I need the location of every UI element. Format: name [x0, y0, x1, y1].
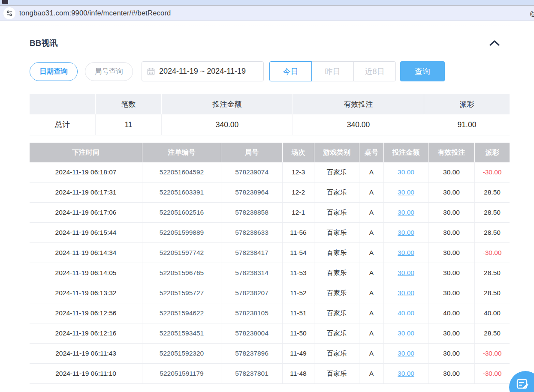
- chevron-up-icon[interactable]: [489, 39, 500, 48]
- yesterday-button[interactable]: 昨日: [311, 61, 354, 81]
- table-row: 2024-11-19 06:12:16522051593451578238004…: [30, 323, 510, 344]
- url-text[interactable]: tongbao31.com:9900/infe/mcenter/#/betRec…: [19, 9, 171, 17]
- filter-bar: 日期查询 局号查询 2024-11-19 ~ 2024-11-19 今日 昨日 …: [30, 61, 510, 81]
- summary-total-valid-bet: 340.00: [293, 114, 424, 135]
- round-query-tab[interactable]: 局号查询: [85, 62, 133, 81]
- table-row: 2024-11-19 06:13:32522051595727578238207…: [30, 283, 510, 303]
- cell-round_no: 578238004: [221, 323, 283, 344]
- cell-table_no: A: [359, 162, 384, 183]
- col-header-order_no: 注单编号: [142, 143, 221, 162]
- cell-session: 11-53: [283, 263, 314, 283]
- cell-round_no: 578238314: [221, 263, 283, 283]
- dashed-separator: [30, 26, 510, 26]
- cell-valid_bet: 30.00: [428, 263, 475, 283]
- cell-payout: -30.00: [475, 243, 510, 263]
- cell-game_type: 百家乐: [314, 283, 359, 303]
- bet-amount-link[interactable]: 30.00: [398, 189, 414, 196]
- cell-table_no: A: [359, 203, 384, 223]
- bet-amount-link[interactable]: 30.00: [398, 350, 414, 357]
- quick-range-group: 今日 昨日 近8日: [269, 61, 396, 81]
- cell-order_no: 522051603391: [142, 183, 221, 203]
- bet-table-body: 2024-11-19 06:18:07522051604592578239074…: [30, 162, 510, 384]
- query-button[interactable]: 查询: [400, 61, 445, 81]
- cell-bet_amount: 30.00: [384, 263, 428, 283]
- cell-valid_bet: 30.00: [428, 223, 475, 243]
- cell-game_type: 百家乐: [314, 243, 359, 263]
- cell-table_no: A: [359, 283, 384, 303]
- summary-header-valid-bet: 有效投注: [293, 94, 424, 114]
- cell-bet_time: 2024-11-19 06:15:44: [30, 223, 142, 243]
- summary-total-row: 总计 11 340.00 340.00 91.00: [30, 114, 510, 135]
- cell-bet_amount: 30.00: [384, 223, 428, 243]
- cell-bet_amount: 30.00: [384, 243, 428, 263]
- records-header-row: 下注时间注单编号局号场次游戏类别桌号投注金额有效投注派彩: [30, 143, 510, 162]
- col-header-table_no: 桌号: [359, 143, 384, 162]
- summary-total-bet-amount: 340.00: [162, 114, 293, 135]
- page-title: BB视讯: [30, 38, 57, 49]
- feedback-fab[interactable]: [509, 371, 534, 392]
- cell-round_no: 578238964: [221, 183, 283, 203]
- cell-order_no: 522051592320: [142, 344, 221, 364]
- site-settings-button[interactable]: [3, 7, 15, 19]
- cell-round_no: 578238105: [221, 303, 283, 323]
- cell-valid_bet: 30.00: [428, 364, 475, 384]
- cell-game_type: 百家乐: [314, 303, 359, 323]
- cell-bet_time: 2024-11-19 06:14:05: [30, 263, 142, 283]
- table-row: 2024-11-19 06:12:56522051594622578238105…: [30, 303, 510, 323]
- cell-round_no: 578239074: [221, 162, 283, 183]
- cell-round_no: 578237801: [221, 364, 283, 384]
- cell-payout: -30.00: [475, 162, 510, 183]
- bet-amount-link[interactable]: 40.00: [398, 309, 414, 317]
- date-range-picker[interactable]: 2024-11-19 ~ 2024-11-19: [142, 61, 264, 81]
- bet-amount-link[interactable]: 30.00: [398, 209, 414, 216]
- calendar-icon: [147, 68, 155, 75]
- cell-session: 11-54: [283, 243, 314, 263]
- date-query-tab[interactable]: 日期查询: [30, 62, 78, 81]
- cell-session: 11-52: [283, 283, 314, 303]
- cell-valid_bet: 30.00: [428, 162, 475, 183]
- bet-amount-link[interactable]: 30.00: [398, 229, 414, 236]
- bet-amount-link[interactable]: 30.00: [398, 249, 414, 256]
- cell-session: 11-50: [283, 323, 314, 344]
- cell-table_no: A: [359, 323, 384, 344]
- cell-order_no: 522051591179: [142, 364, 221, 384]
- cell-session: 12-3: [283, 162, 314, 183]
- cell-bet_time: 2024-11-19 06:17:06: [30, 203, 142, 223]
- cell-game_type: 百家乐: [314, 203, 359, 223]
- cell-round_no: 578238858: [221, 203, 283, 223]
- last-8-days-button[interactable]: 近8日: [353, 61, 396, 81]
- cell-session: 11-49: [283, 344, 314, 364]
- cell-order_no: 522051602516: [142, 203, 221, 223]
- bet-amount-link[interactable]: 30.00: [398, 168, 414, 176]
- cell-bet_time: 2024-11-19 06:12:16: [30, 323, 142, 344]
- table-row: 2024-11-19 06:15:44522051599889578238633…: [30, 223, 510, 243]
- col-header-bet_amount: 投注金额: [384, 143, 428, 162]
- cell-table_no: A: [359, 223, 384, 243]
- browser-address-bar: tongbao31.com:9900/infe/mcenter/#/betRec…: [0, 6, 534, 21]
- cell-valid_bet: 30.00: [428, 283, 475, 303]
- cell-bet_amount: 30.00: [384, 183, 428, 203]
- cell-table_no: A: [359, 344, 384, 364]
- cell-session: 11-51: [283, 303, 314, 323]
- bet-records-table: 下注时间注单编号局号场次游戏类别桌号投注金额有效投注派彩 2024-11-19 …: [30, 143, 510, 384]
- table-row: 2024-11-19 06:11:10522051591179578237801…: [30, 364, 510, 384]
- bet-record-page: BB视讯 日期查询 局号查询 2024-11-19 ~ 2024-11-19 今…: [30, 26, 510, 384]
- today-button[interactable]: 今日: [269, 61, 312, 81]
- bet-amount-link[interactable]: 30.00: [398, 289, 414, 296]
- bet-amount-link[interactable]: 30.00: [398, 269, 414, 276]
- cell-bet_amount: 30.00: [384, 203, 428, 223]
- address-right-icon[interactable]: @: [530, 9, 534, 18]
- cell-table_no: A: [359, 303, 384, 323]
- cell-session: 11-48: [283, 364, 314, 384]
- cell-order_no: 522051604592: [142, 162, 221, 183]
- browser-tabstrip: [0, 0, 534, 6]
- summary-total-count: 11: [96, 114, 162, 135]
- bet-amount-link[interactable]: 30.00: [398, 370, 414, 377]
- cell-order_no: 522051594622: [142, 303, 221, 323]
- col-header-game_type: 游戏类别: [314, 143, 359, 162]
- cell-payout: -30.00: [475, 364, 510, 384]
- table-row: 2024-11-19 06:11:43522051592320578237896…: [30, 344, 510, 364]
- bet-amount-link[interactable]: 30.00: [398, 329, 414, 337]
- date-range-value: 2024-11-19 ~ 2024-11-19: [159, 67, 246, 76]
- edit-note-icon: [516, 378, 529, 391]
